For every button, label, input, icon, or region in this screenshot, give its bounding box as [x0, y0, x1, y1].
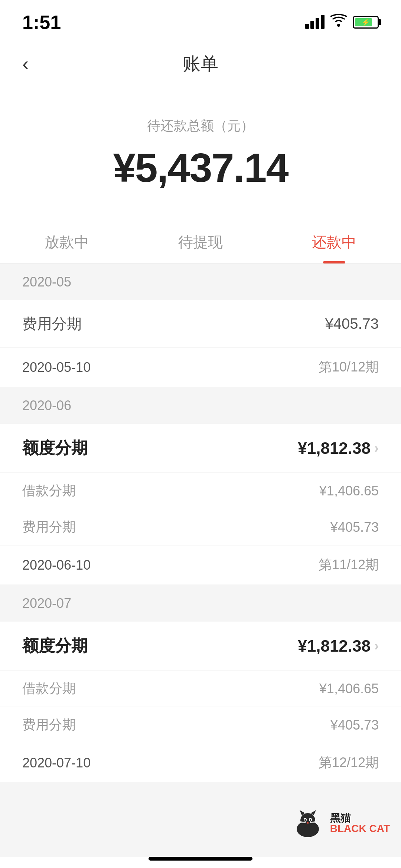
- black-cat-logo: 黑猫 BLACK CAT: [289, 809, 390, 838]
- tab-pending[interactable]: 待提现: [134, 217, 267, 263]
- wifi-icon: [330, 14, 347, 31]
- card-row-main-jun[interactable]: 额度分期 ¥1,812.38 ›: [0, 424, 401, 472]
- card-period-jun: 第11/12期: [319, 556, 379, 574]
- cat-text-cat: BLACK CAT: [330, 823, 390, 834]
- month-header-jul: 2020-07: [0, 585, 401, 622]
- card-may-fees: 费用分期 ¥405.73 2020-05-10 第10/12期: [0, 300, 401, 387]
- status-bar: 1:51 ⚡: [0, 0, 401, 41]
- nav-bar: ‹ 账单: [0, 41, 401, 87]
- month-header-may: 2020-05: [0, 264, 401, 300]
- svg-point-0: [337, 24, 340, 27]
- card-date-row-jul: 2020-07-10 第12/12期: [0, 743, 401, 782]
- total-amount: ¥5,437.14: [22, 144, 379, 191]
- svg-point-7: [304, 819, 306, 821]
- signal-icon: [305, 16, 325, 29]
- card-sub-value-fees-jun: ¥405.73: [330, 520, 379, 535]
- tab-lending[interactable]: 放款中: [0, 217, 134, 263]
- card-label-quota-jun: 额度分期: [22, 437, 88, 459]
- card-date-row-may: 2020-05-10 第10/12期: [0, 347, 401, 387]
- card-sub-label-fees-jun: 费用分期: [22, 518, 76, 536]
- back-button[interactable]: ‹: [22, 53, 29, 75]
- card-sub-label-loan-jul: 借款分期: [22, 679, 76, 698]
- card-label-quota-jul: 额度分期: [22, 635, 88, 657]
- card-sub-value-fees-jul: ¥405.73: [330, 717, 379, 733]
- chevron-right-icon: ›: [374, 440, 379, 456]
- cat-text-black: 黑猫: [330, 813, 351, 823]
- card-period-may: 第10/12期: [319, 358, 379, 376]
- card-sub-row-loan-jul: 借款分期 ¥1,406.65: [0, 670, 401, 707]
- home-indicator: [149, 857, 252, 861]
- card-sub-value-loan-jul: ¥1,406.65: [319, 681, 379, 697]
- card-period-jul: 第12/12期: [319, 754, 379, 772]
- status-time: 1:51: [22, 11, 61, 33]
- card-value-quota-jun: ¥1,812.38 ›: [298, 439, 379, 458]
- card-date-jul: 2020-07-10: [22, 755, 91, 771]
- cat-text: 黑猫 BLACK CAT: [330, 813, 390, 834]
- svg-point-2: [300, 813, 315, 828]
- card-jun-quota[interactable]: 额度分期 ¥1,812.38 › 借款分期 ¥1,406.65 费用分期 ¥40…: [0, 424, 401, 584]
- total-section: 待还款总额（元） ¥5,437.14: [0, 87, 401, 217]
- card-sub-label-fees-jul: 费用分期: [22, 716, 76, 734]
- page-title: 账单: [183, 52, 218, 76]
- svg-point-8: [310, 819, 311, 821]
- card-label-fees-may: 费用分期: [22, 314, 82, 334]
- month-header-jun: 2020-06: [0, 387, 401, 424]
- card-date-jun: 2020-06-10: [22, 557, 91, 573]
- card-row-main: 费用分期 ¥405.73: [0, 300, 401, 347]
- card-sub-row-fees-jun: 费用分期 ¥405.73: [0, 509, 401, 545]
- tab-repaying[interactable]: 还款中: [267, 217, 401, 263]
- card-row-main-jul[interactable]: 额度分期 ¥1,812.38 ›: [0, 622, 401, 670]
- status-icons: ⚡: [305, 14, 379, 31]
- total-label: 待还款总额（元）: [22, 117, 379, 135]
- list-section: 2020-05 费用分期 ¥405.73 2020-05-10 第10/12期 …: [0, 264, 401, 857]
- card-sub-label-loan-jun: 借款分期: [22, 482, 76, 500]
- card-value-quota-jul: ¥1,812.38 ›: [298, 637, 379, 655]
- card-sub-row-loan-jun: 借款分期 ¥1,406.65: [0, 472, 401, 509]
- card-jul-quota[interactable]: 额度分期 ¥1,812.38 › 借款分期 ¥1,406.65 费用分期 ¥40…: [0, 622, 401, 782]
- battery-icon: ⚡: [353, 16, 379, 29]
- tab-bar: 放款中 待提现 还款中: [0, 217, 401, 264]
- card-date-row-jun: 2020-06-10 第11/12期: [0, 545, 401, 584]
- card-sub-value-loan-jun: ¥1,406.65: [319, 483, 379, 499]
- cat-icon: [289, 809, 326, 838]
- chevron-right-icon-jul: ›: [374, 638, 379, 654]
- svg-point-9: [307, 822, 309, 823]
- card-date-may: 2020-05-10: [22, 360, 91, 375]
- card-sub-row-fees-jul: 费用分期 ¥405.73: [0, 707, 401, 743]
- card-value-fees-may: ¥405.73: [325, 315, 379, 332]
